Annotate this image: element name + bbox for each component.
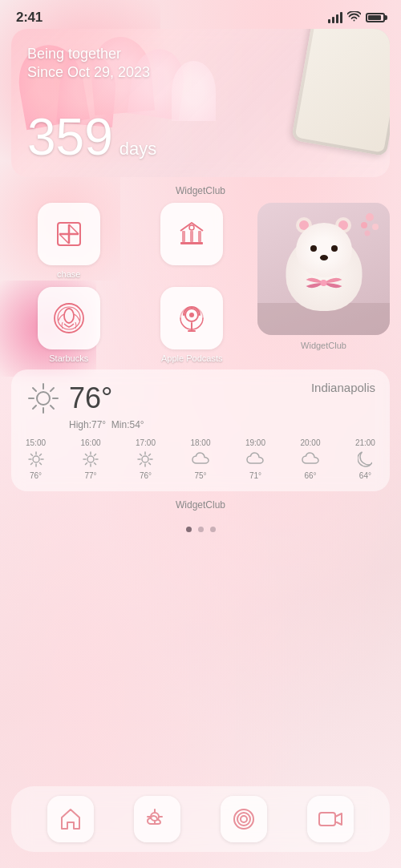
svg-point-27 xyxy=(33,456,39,462)
svg-line-34 xyxy=(39,454,41,456)
hour-icon-cloud-1800 xyxy=(192,450,209,468)
svg-line-25 xyxy=(51,388,54,391)
svg-point-17 xyxy=(365,231,371,236)
hour-1500: 15:00 76° xyxy=(26,438,46,480)
love-widget-text: Being together Since Oct 29, 2023 xyxy=(27,45,150,83)
svg-line-50 xyxy=(140,454,142,456)
hour-1800: 18:00 75° xyxy=(190,438,210,480)
svg-point-10 xyxy=(189,313,194,317)
chase-icon-svg xyxy=(51,216,87,252)
svg-rect-62 xyxy=(319,813,335,826)
hour-icon-cloud-2000 xyxy=(302,450,319,468)
svg-rect-4 xyxy=(180,242,203,244)
starbucks-icon[interactable] xyxy=(38,287,100,349)
svg-line-53 xyxy=(140,463,142,465)
home-icon xyxy=(58,806,83,832)
svg-point-5 xyxy=(189,225,194,230)
weather-main: 76° xyxy=(26,381,112,416)
podcasts-icon-svg xyxy=(172,299,211,337)
svg-point-45 xyxy=(142,456,148,462)
svg-rect-2 xyxy=(190,231,193,242)
cloud-sun-icon xyxy=(144,806,170,832)
hour-2000: 20:00 66° xyxy=(300,438,320,480)
love-title-line1: Being together xyxy=(27,45,150,63)
bank-icon[interactable] xyxy=(160,203,223,265)
svg-line-44 xyxy=(86,463,87,465)
app-chase-wrap[interactable]: chase xyxy=(11,203,127,279)
podcasts-label: Apple Podcasts xyxy=(161,353,222,363)
love-title-line2: Since Oct 29, 2023 xyxy=(27,63,150,82)
svg-point-7 xyxy=(58,307,80,329)
love-widget: Being together Since Oct 29, 2023 359 da… xyxy=(11,29,390,177)
dock-target[interactable] xyxy=(221,796,267,842)
weather-top: 76° Indianapolis xyxy=(26,381,375,416)
sun-icon xyxy=(26,381,61,416)
page-dot-2[interactable] xyxy=(198,527,204,532)
signal-icon xyxy=(328,12,342,23)
svg-point-15 xyxy=(361,222,367,228)
status-bar: 2:41 xyxy=(0,0,401,29)
svg-line-35 xyxy=(30,463,32,465)
app-grid: chase xyxy=(11,203,249,363)
svg-point-60 xyxy=(237,813,250,826)
hour-icon-moon-2100 xyxy=(356,450,374,468)
svg-point-16 xyxy=(372,224,379,230)
photo-widget-wrap: WidgetClub xyxy=(257,203,390,363)
weather-widget: 76° Indianapolis High:77° Min:54° 15:00 xyxy=(11,369,390,491)
dock-weather[interactable] xyxy=(134,796,180,842)
dock-camera[interactable] xyxy=(307,796,354,842)
hour-1700: 17:00 76° xyxy=(136,438,156,480)
days-label: days xyxy=(119,139,156,159)
hour-icon-sun-1700 xyxy=(136,450,154,468)
hour-icon-cloud-1900 xyxy=(246,450,264,468)
main-content: Being together Since Oct 29, 2023 359 da… xyxy=(0,29,401,542)
weather-temp: 76° xyxy=(69,382,112,415)
svg-line-42 xyxy=(95,463,96,465)
podcasts-icon[interactable] xyxy=(160,287,223,349)
hour-icon-sun-1600 xyxy=(82,450,99,468)
photo-widget xyxy=(257,203,390,335)
svg-point-61 xyxy=(241,816,247,822)
svg-line-51 xyxy=(149,463,151,465)
svg-line-41 xyxy=(86,454,87,456)
svg-point-36 xyxy=(87,456,94,462)
weather-widget-credit: WidgetClub xyxy=(11,496,390,517)
chase-icon[interactable] xyxy=(38,203,100,265)
svg-rect-3 xyxy=(198,231,201,242)
svg-line-52 xyxy=(149,454,151,456)
weather-detail: High:77° Min:54° xyxy=(69,419,375,430)
bank-icon-svg xyxy=(174,216,209,252)
status-time: 2:41 xyxy=(16,10,43,26)
page-dots xyxy=(11,517,390,542)
svg-line-26 xyxy=(33,406,36,409)
svg-line-23 xyxy=(33,388,36,391)
target-icon xyxy=(231,806,257,832)
app-bank-wrap[interactable] xyxy=(135,203,250,279)
hour-1600: 16:00 77° xyxy=(80,438,100,480)
dock xyxy=(11,786,390,852)
bear-bow xyxy=(302,273,346,297)
hour-icon-sun-1500 xyxy=(27,450,45,468)
svg-point-14 xyxy=(366,213,374,221)
dock-home[interactable] xyxy=(47,796,94,842)
love-widget-credit: WidgetClub xyxy=(11,182,390,203)
page-dot-3[interactable] xyxy=(210,527,216,532)
weather-hourly: 15:00 76° xyxy=(26,438,375,480)
chase-label: chase xyxy=(57,269,80,279)
hour-1900: 19:00 71° xyxy=(245,438,265,480)
page-dot-1[interactable] xyxy=(186,527,192,532)
svg-point-18 xyxy=(37,392,50,405)
svg-line-32 xyxy=(30,454,32,456)
love-days: 359 days xyxy=(27,111,156,163)
app-grid-section: chase xyxy=(11,203,390,363)
app-podcasts-wrap[interactable]: Apple Podcasts xyxy=(135,287,250,363)
app-starbucks-wrap[interactable]: Starbucks xyxy=(11,287,127,363)
svg-rect-1 xyxy=(182,231,185,242)
svg-line-24 xyxy=(51,406,54,409)
status-icons xyxy=(328,11,385,25)
svg-line-43 xyxy=(95,454,96,456)
wifi-icon xyxy=(347,11,361,25)
svg-line-33 xyxy=(39,463,41,465)
starbucks-icon-svg xyxy=(49,298,89,338)
video-icon xyxy=(318,806,343,832)
